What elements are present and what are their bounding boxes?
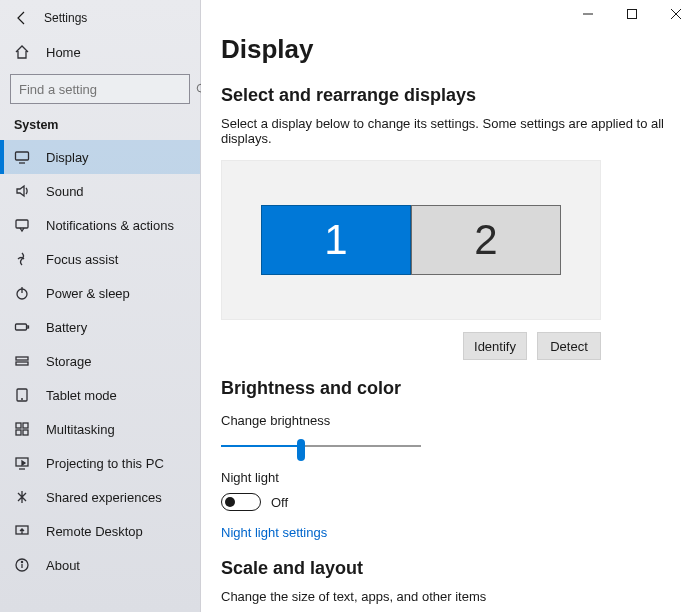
- svg-rect-23: [628, 10, 637, 19]
- projecting-icon: [14, 455, 30, 471]
- notifications-icon: [14, 217, 30, 233]
- search-field[interactable]: [11, 82, 195, 97]
- slider-thumb[interactable]: [297, 439, 305, 461]
- section-brightness-heading: Brightness and color: [221, 378, 676, 399]
- sidebar-item-about[interactable]: About: [0, 548, 200, 582]
- shared-icon: [14, 489, 30, 505]
- multitasking-icon: [14, 421, 30, 437]
- night-light-toggle[interactable]: [221, 493, 261, 511]
- search-input[interactable]: [10, 74, 190, 104]
- storage-icon: [14, 353, 30, 369]
- sidebar-item-tablet-mode[interactable]: Tablet mode: [0, 378, 200, 412]
- night-light-state: Off: [271, 495, 288, 510]
- sidebar-item-multitasking[interactable]: Multitasking: [0, 412, 200, 446]
- sound-icon: [14, 183, 30, 199]
- sidebar-item-storage[interactable]: Storage: [0, 344, 200, 378]
- sidebar-item-display[interactable]: Display: [0, 140, 200, 174]
- sidebar-item-label: Focus assist: [46, 252, 118, 267]
- page-title: Display: [221, 34, 676, 65]
- sidebar-item-sound[interactable]: Sound: [0, 174, 200, 208]
- sidebar-item-notifications[interactable]: Notifications & actions: [0, 208, 200, 242]
- close-button[interactable]: [654, 0, 698, 28]
- home-label: Home: [46, 45, 81, 60]
- night-light-settings-link[interactable]: Night light settings: [221, 525, 327, 540]
- home-icon: [14, 44, 30, 60]
- svg-rect-15: [16, 430, 21, 435]
- sidebar: Settings Home System Display Sound Notif…: [0, 0, 201, 612]
- section-arrange-heading: Select and rearrange displays: [221, 85, 676, 106]
- svg-rect-7: [16, 324, 27, 330]
- remote-desktop-icon: [14, 523, 30, 539]
- sidebar-item-label: Notifications & actions: [46, 218, 174, 233]
- sidebar-item-label: Battery: [46, 320, 87, 335]
- svg-rect-8: [27, 326, 29, 328]
- sidebar-home[interactable]: Home: [0, 36, 200, 68]
- svg-rect-9: [16, 357, 28, 360]
- sidebar-item-label: Multitasking: [46, 422, 115, 437]
- sidebar-item-label: Storage: [46, 354, 92, 369]
- power-icon: [14, 285, 30, 301]
- about-icon: [14, 557, 30, 573]
- sidebar-item-label: Projecting to this PC: [46, 456, 164, 471]
- svg-rect-4: [16, 220, 28, 228]
- arrange-description: Select a display below to change its set…: [221, 116, 676, 146]
- sidebar-item-label: About: [46, 558, 80, 573]
- sidebar-item-remote-desktop[interactable]: Remote Desktop: [0, 514, 200, 548]
- monitor-1[interactable]: 1: [261, 205, 411, 275]
- sidebar-item-battery[interactable]: Battery: [0, 310, 200, 344]
- sidebar-item-projecting[interactable]: Projecting to this PC: [0, 446, 200, 480]
- titlebar: [201, 0, 700, 30]
- svg-point-21: [21, 561, 22, 562]
- svg-rect-16: [23, 430, 28, 435]
- brightness-slider[interactable]: [221, 436, 421, 456]
- scale-label: Change the size of text, apps, and other…: [221, 589, 676, 604]
- sidebar-group-system: System: [0, 116, 200, 140]
- svg-rect-13: [16, 423, 21, 428]
- sidebar-item-label: Remote Desktop: [46, 524, 143, 539]
- app-title: Settings: [44, 11, 87, 25]
- tablet-icon: [14, 387, 30, 403]
- svg-rect-2: [16, 152, 29, 160]
- sidebar-item-focus-assist[interactable]: Focus assist: [0, 242, 200, 276]
- minimize-button[interactable]: [566, 0, 610, 28]
- sidebar-item-label: Tablet mode: [46, 388, 117, 403]
- sidebar-item-shared-experiences[interactable]: Shared experiences: [0, 480, 200, 514]
- sidebar-item-label: Display: [46, 150, 89, 165]
- brightness-slider-label: Change brightness: [221, 413, 676, 428]
- sidebar-item-label: Sound: [46, 184, 84, 199]
- toggle-knob: [225, 497, 235, 507]
- display-icon: [14, 149, 30, 165]
- back-icon[interactable]: [14, 10, 30, 26]
- main-panel: Display Select and rearrange displays Se…: [201, 0, 700, 612]
- night-light-label: Night light: [221, 470, 676, 485]
- monitor-2[interactable]: 2: [411, 205, 561, 275]
- sidebar-header: Settings: [0, 6, 200, 36]
- detect-button[interactable]: Detect: [537, 332, 601, 360]
- section-scale-heading: Scale and layout: [221, 558, 676, 579]
- svg-rect-10: [16, 362, 28, 365]
- maximize-button[interactable]: [610, 0, 654, 28]
- battery-icon: [14, 319, 30, 335]
- display-arrangement-area[interactable]: 1 2: [221, 160, 601, 320]
- identify-button[interactable]: Identify: [463, 332, 527, 360]
- sidebar-item-power-sleep[interactable]: Power & sleep: [0, 276, 200, 310]
- slider-fill: [221, 445, 301, 447]
- sidebar-item-label: Shared experiences: [46, 490, 162, 505]
- sidebar-item-label: Power & sleep: [46, 286, 130, 301]
- focus-assist-icon: [14, 251, 30, 267]
- svg-rect-14: [23, 423, 28, 428]
